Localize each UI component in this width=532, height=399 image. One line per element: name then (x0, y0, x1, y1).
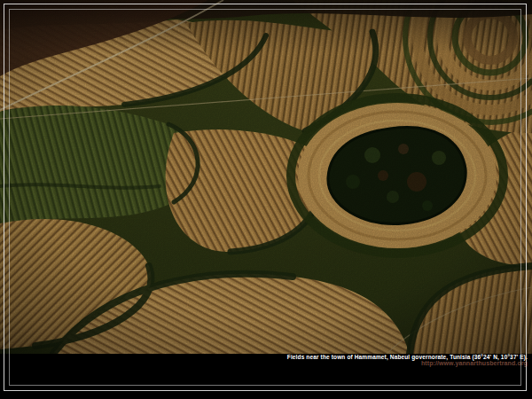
caption-url: http://www.yannarthusbertrand.org (287, 360, 528, 366)
aerial-photo (0, 0, 532, 354)
caption-title: Fields near the town of Hammamet, Nabeul… (287, 354, 528, 360)
photo-caption: Fields near the town of Hammamet, Nabeul… (287, 354, 528, 366)
aerial-photo-graphic (0, 0, 532, 354)
wallpaper: Fields near the town of Hammamet, Nabeul… (0, 0, 532, 399)
